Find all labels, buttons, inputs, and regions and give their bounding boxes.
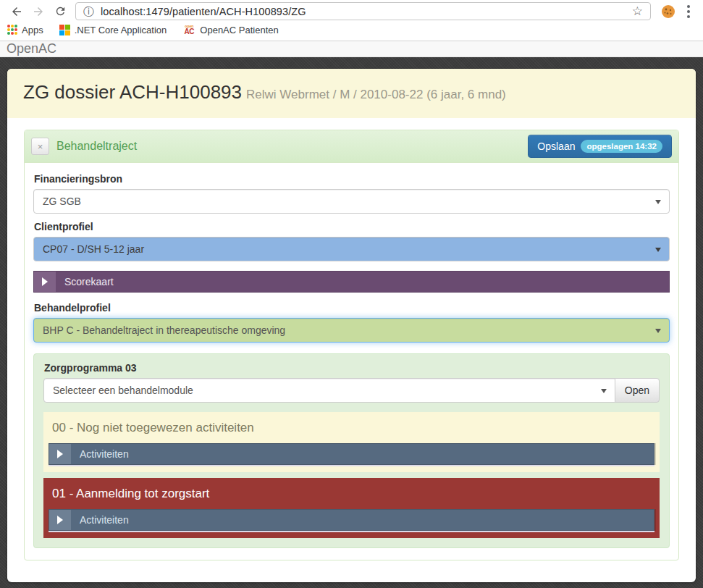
scorekaart-toggle[interactable]: Scorekaart	[33, 271, 670, 293]
openac-favicon: openAC	[182, 24, 195, 36]
forward-icon[interactable]	[28, 1, 49, 22]
page-info-icon[interactable]: ⓘ	[83, 6, 94, 17]
bookmark-label: Apps	[22, 25, 43, 35]
activiteiten-label: Activiteiten	[71, 510, 129, 530]
bookmark-apps[interactable]: Apps	[7, 25, 43, 35]
apps-grid-icon	[7, 25, 17, 35]
activiteiten-toggle[interactable]: Activiteiten	[49, 509, 654, 531]
saved-badge: opgeslagen 14:32	[581, 140, 662, 153]
expand-arrow-icon[interactable]	[49, 444, 71, 464]
brand-openac[interactable]: OpenAC	[7, 41, 56, 56]
scorekaart-label: Scorekaart	[56, 272, 114, 292]
expand-arrow-icon[interactable]	[34, 272, 56, 292]
browser-menu-icon[interactable]	[680, 2, 697, 21]
dossier-body: × Behandeltraject Opslaan opgeslagen 14:…	[7, 118, 696, 582]
behandeltraject-panel: × Behandeltraject Opslaan opgeslagen 14:…	[24, 130, 679, 560]
panel-title: Behandeltraject	[56, 140, 137, 153]
url-text[interactable]: localhost:1479/patienten/ACH-H100893/ZG	[101, 6, 306, 17]
dossier-header: ZG dossier ACH-H100893Relwi Webrmet / M …	[7, 69, 696, 118]
open-button[interactable]: Open	[615, 378, 660, 403]
section-title: 01 - Aanmelding tot zorgstart	[52, 487, 654, 501]
url-bar[interactable]: ⓘ localhost:1479/patienten/ACH-H100893/Z…	[75, 2, 651, 20]
patient-summary: Relwi Webrmet / M / 2010-08-22 (6 jaar, …	[246, 88, 506, 101]
bookmark-star-icon[interactable]: ☆	[632, 5, 643, 17]
bookmark-openac[interactable]: openAC OpenAC Patienten	[182, 24, 278, 36]
behandelprofiel-select[interactable]: BHP C - Behandeltraject in thereapeutisc…	[33, 318, 670, 343]
activiteiten-label: Activiteiten	[71, 444, 129, 464]
financieringsbron-label: Financieringsbron	[34, 173, 670, 185]
clientprofiel-select[interactable]: CP07 - D/SH 5-12 jaar	[33, 237, 670, 261]
page-background: ZG dossier ACH-H100893Relwi Webrmet / M …	[0, 57, 703, 588]
close-button[interactable]: ×	[31, 138, 49, 155]
zorg-section-01: 01 - Aanmelding tot zorgstart Activiteit…	[43, 478, 660, 538]
zorg-section-00: 00 - Nog niet toegewezen activiteiten Ac…	[43, 412, 660, 472]
expand-arrow-icon[interactable]	[49, 510, 71, 530]
zorgprogramma-label: Zorgprogramma 03	[44, 362, 660, 374]
save-button-label: Opslaan	[537, 140, 575, 152]
bookmark-label: OpenAC Patienten	[200, 25, 278, 35]
financieringsbron-select[interactable]: ZG SGB	[33, 189, 670, 214]
microsoft-logo-icon	[59, 25, 70, 35]
save-button[interactable]: Opslaan opgeslagen 14:32	[528, 135, 672, 158]
bookmark-netcore[interactable]: .NET Core Application	[59, 25, 167, 35]
behandelmodule-group: Selecteer een behandelmodule Open	[43, 378, 660, 403]
section-title: 00 - Nog niet toegewezen activiteiten	[52, 421, 654, 435]
app-navbar: OpenAC	[0, 41, 703, 57]
browser-chrome: ⓘ localhost:1479/patienten/ACH-H100893/Z…	[0, 0, 703, 41]
cookie-extension-icon[interactable]	[661, 4, 675, 19]
page-title: ZG dossier ACH-H100893Relwi Webrmet / M …	[23, 81, 680, 104]
zorgprogramma-panel: Zorgprogramma 03 Selecteer een behandelm…	[33, 353, 670, 548]
behandelmodule-select[interactable]: Selecteer een behandelmodule	[43, 378, 615, 403]
back-icon[interactable]	[6, 1, 28, 22]
activiteiten-toggle[interactable]: Activiteiten	[49, 443, 654, 465]
behandeltraject-body: Financieringsbron ZG SGB Clientprofiel C…	[25, 163, 678, 560]
behandelprofiel-label: Behandelprofiel	[34, 302, 670, 314]
dossier-card: ZG dossier ACH-H100893Relwi Webrmet / M …	[7, 69, 696, 582]
bookmarks-bar: Apps .NET Core Application openAC OpenAC…	[0, 22, 703, 41]
browser-toolbar: ⓘ localhost:1479/patienten/ACH-H100893/Z…	[0, 0, 703, 22]
reload-icon[interactable]	[49, 1, 71, 22]
behandeltraject-heading: × Behandeltraject Opslaan opgeslagen 14:…	[25, 130, 678, 163]
bookmark-label: .NET Core Application	[75, 25, 167, 35]
clientprofiel-label: Clientprofiel	[34, 221, 670, 232]
